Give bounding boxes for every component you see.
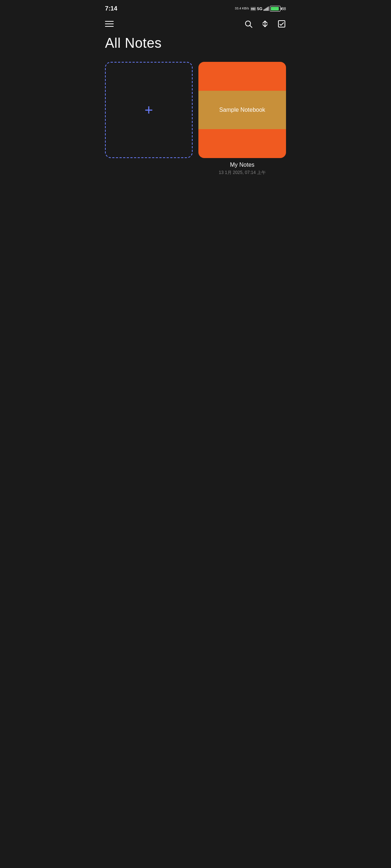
status-bar: 7:14 33.4 KB/s HD 5G 88 xyxy=(98,0,293,16)
svg-rect-4 xyxy=(278,21,285,27)
nav-right xyxy=(244,20,286,28)
nav-bar xyxy=(98,16,293,32)
network-type: 5G xyxy=(257,7,262,11)
battery-percent: 88 xyxy=(282,7,286,11)
battery-icon xyxy=(270,6,281,12)
nav-left xyxy=(105,21,114,27)
page-title: All Notes xyxy=(105,35,286,51)
select-icon xyxy=(277,20,286,28)
notebook-cover-middle: Sample Notebook xyxy=(198,91,286,129)
notebook-cover-bottom xyxy=(198,129,286,158)
add-icon: + xyxy=(144,103,153,117)
signal-bars xyxy=(264,7,269,11)
notebook-name: My Notes xyxy=(230,162,255,168)
page-title-section: All Notes xyxy=(98,32,293,62)
search-icon xyxy=(244,20,253,28)
search-button[interactable] xyxy=(244,20,253,28)
notebook-cover-label: Sample Notebook xyxy=(216,107,268,113)
notebooks-grid: + Sample Notebook My Notes 13 1月 2025, 0… xyxy=(98,62,293,176)
notebook-card[interactable]: Sample Notebook My Notes 13 1月 2025, 07:… xyxy=(198,62,286,176)
notebook-cover-top xyxy=(198,62,286,91)
status-icons: HD 5G 88 xyxy=(251,6,286,12)
sort-icon xyxy=(261,20,269,28)
add-notebook-button[interactable]: + xyxy=(105,62,193,158)
select-button[interactable] xyxy=(277,20,286,28)
menu-button[interactable] xyxy=(105,21,114,27)
network-speed: 33.4 KB/s xyxy=(235,7,249,10)
svg-line-1 xyxy=(250,26,252,28)
status-time: 7:14 xyxy=(105,5,117,12)
status-right: 33.4 KB/s HD 5G 88 xyxy=(235,6,286,12)
status-network: 33.4 KB/s xyxy=(235,7,249,10)
battery-fill xyxy=(271,7,279,10)
notebook-date: 13 1月 2025, 07:14 上午 xyxy=(219,170,265,176)
sort-button[interactable] xyxy=(261,20,269,28)
notebook-cover: Sample Notebook xyxy=(198,62,286,158)
hd-badge: HD xyxy=(251,7,256,11)
